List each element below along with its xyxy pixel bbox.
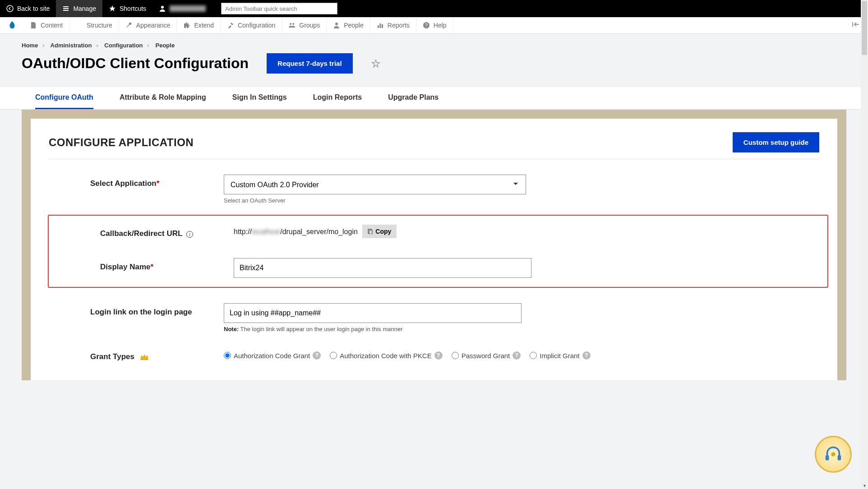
menu-people[interactable]: People	[327, 17, 370, 33]
tools-icon	[227, 22, 234, 29]
menu-extend[interactable]: Extend	[177, 17, 221, 33]
row-login-link: Login link on the login page Note: The l…	[49, 303, 819, 332]
shortcuts-menu[interactable]: Shortcuts	[102, 0, 152, 17]
back-arrow-icon	[6, 5, 14, 12]
username-label	[170, 5, 206, 12]
svg-point-4	[335, 23, 338, 25]
back-to-site-label: Back to site	[17, 5, 50, 12]
user-icon	[159, 5, 166, 12]
row-display-name: Display Name*	[91, 258, 818, 278]
svg-point-1	[161, 6, 164, 9]
scrollbar-thumb[interactable]	[862, 1, 867, 55]
star-icon	[109, 5, 116, 12]
groups-icon	[288, 22, 295, 29]
tab-upgrade-plans[interactable]: Upgrade Plans	[388, 87, 439, 109]
main-wrap: CONFIGURE APPLICATION Custom setup guide…	[22, 110, 846, 380]
menu-help[interactable]: ?Help	[416, 17, 453, 33]
menu-appearance[interactable]: Appearance	[119, 17, 177, 33]
barchart-icon	[377, 22, 384, 29]
login-link-input[interactable]	[224, 303, 522, 323]
grant-pkce[interactable]: Authorization Code with PKCE?	[330, 351, 442, 360]
crumb-admin[interactable]: Administration	[51, 42, 92, 49]
breadcrumb: Home› Administration› Configuration› Peo…	[0, 34, 868, 49]
svg-text:?: ?	[425, 23, 428, 28]
collapse-icon	[852, 21, 860, 28]
help-icon: ?	[423, 22, 430, 29]
grant-auth-code[interactable]: Authorization Code Grant?	[224, 351, 321, 360]
person-icon	[333, 22, 340, 29]
wrench-icon	[125, 22, 133, 29]
help-icon[interactable]: ?	[434, 351, 443, 360]
label-display-name: Display Name*	[91, 258, 234, 272]
request-trial-button[interactable]: Request 7-days trial	[267, 53, 353, 74]
toolbar-search-wrap	[221, 3, 337, 14]
row-select-application: Select Application* Custom OAuth 2.0 Pro…	[49, 175, 819, 204]
page-title: OAuth/OIDC Client Configuration	[22, 55, 249, 72]
label-callback: Callback/Redirect URL i	[91, 225, 234, 238]
configure-app-panel: CONFIGURE APPLICATION Custom setup guide…	[31, 119, 837, 380]
puzzle-icon	[183, 22, 190, 29]
menu-content[interactable]: Content	[23, 17, 69, 33]
tab-attribute-mapping[interactable]: Attribute & Role Mapping	[120, 87, 206, 109]
grant-implicit[interactable]: Implicit Grant?	[530, 351, 590, 360]
svg-rect-6	[379, 23, 381, 28]
crumb-home[interactable]: Home	[22, 42, 38, 49]
login-link-note: Note: The login link will appear on the …	[224, 326, 819, 332]
select-application-dropdown[interactable]: Custom OAuth 2.0 Provider	[224, 175, 526, 194]
help-icon[interactable]: ?	[313, 351, 321, 360]
crumb-people[interactable]: People	[156, 42, 175, 49]
svg-point-3	[292, 23, 294, 25]
menu-structure[interactable]: Structure	[69, 17, 119, 33]
label-login-link: Login link on the login page	[49, 303, 224, 317]
display-name-input[interactable]	[234, 258, 531, 278]
tab-login-reports[interactable]: Login Reports	[313, 87, 362, 109]
tab-signin-settings[interactable]: Sign In Settings	[232, 87, 287, 109]
admin-menu: Content Structure Appearance Extend Conf…	[0, 17, 868, 34]
manage-label: Manage	[73, 5, 96, 12]
svg-point-0	[7, 5, 13, 12]
label-grant-types: Grant Types	[49, 348, 224, 362]
grant-password[interactable]: Password Grant?	[452, 351, 521, 360]
config-tabs: Configure OAuth Attribute & Role Mapping…	[0, 87, 868, 110]
panel-head: CONFIGURE APPLICATION Custom setup guide	[49, 132, 819, 159]
select-app-helper: Select an OAuth Server	[224, 197, 819, 204]
favorite-star-icon[interactable]	[371, 59, 381, 69]
crumb-config[interactable]: Configuration	[104, 42, 143, 49]
file-icon	[30, 22, 37, 29]
toolbar-search-input[interactable]	[221, 3, 337, 14]
select-application-wrap: Custom OAuth 2.0 Provider	[224, 175, 526, 194]
help-icon[interactable]: ?	[582, 351, 591, 360]
row-callback-url: Callback/Redirect URL i http://localhost…	[91, 225, 818, 238]
help-icon[interactable]: ?	[512, 351, 521, 360]
admin-topbar: Back to site Manage Shortcuts	[0, 0, 868, 17]
hamburger-icon	[62, 5, 69, 12]
menu-groups[interactable]: Groups	[282, 17, 327, 33]
svg-rect-5	[378, 25, 379, 28]
crown-icon	[139, 352, 149, 362]
back-to-site[interactable]: Back to site	[0, 0, 56, 17]
tab-configure-oauth[interactable]: Configure OAuth	[35, 87, 93, 109]
svg-rect-11	[369, 230, 372, 234]
svg-point-2	[290, 23, 291, 25]
structure-icon	[76, 22, 83, 29]
panel-heading: CONFIGURE APPLICATION	[49, 136, 194, 149]
callback-url-text: http://localhost/drupal_server/mo_login	[234, 228, 358, 235]
svg-rect-7	[382, 24, 383, 28]
manage-menu[interactable]: Manage	[56, 0, 102, 17]
grant-types-radios: Authorization Code Grant? Authorization …	[224, 348, 819, 360]
scrollbar[interactable]: ▲ ▼	[861, 0, 868, 380]
row-grant-types: Grant Types Authorization Code Grant? Au…	[49, 348, 819, 362]
highlighted-section: Callback/Redirect URL i http://localhost…	[48, 215, 828, 288]
label-select-application: Select Application*	[49, 175, 224, 188]
shortcuts-label: Shortcuts	[120, 5, 146, 12]
copy-button[interactable]: Copy	[362, 225, 397, 238]
info-icon[interactable]: i	[186, 231, 193, 238]
copy-icon	[368, 229, 373, 234]
drupal-logo-icon[interactable]	[7, 20, 17, 30]
user-menu[interactable]	[152, 0, 212, 17]
menu-reports[interactable]: Reports	[370, 17, 416, 33]
setup-guide-button[interactable]: Custom setup guide	[733, 132, 819, 152]
page-header: OAuth/OIDC Client Configuration Request …	[0, 49, 868, 83]
menu-configuration[interactable]: Configuration	[221, 17, 282, 33]
